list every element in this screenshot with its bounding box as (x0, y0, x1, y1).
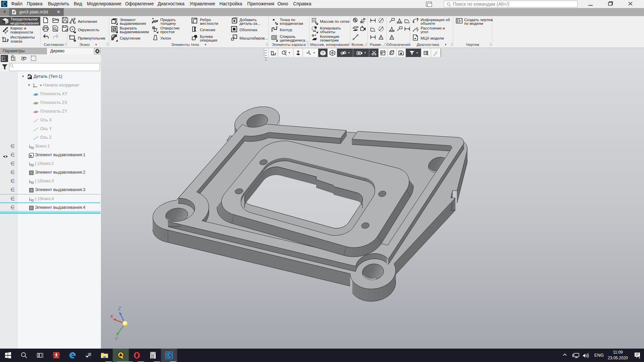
svg-text:Z: Z (118, 306, 121, 311)
svg-text:Y: Y (115, 336, 118, 342)
svg-text:2: 2 (4, 59, 5, 61)
svg-text:X: X (110, 314, 113, 319)
svg-text:?: ? (416, 18, 419, 22)
svg-text:1: 1 (4, 56, 5, 58)
svg-text:?: ? (416, 28, 419, 32)
